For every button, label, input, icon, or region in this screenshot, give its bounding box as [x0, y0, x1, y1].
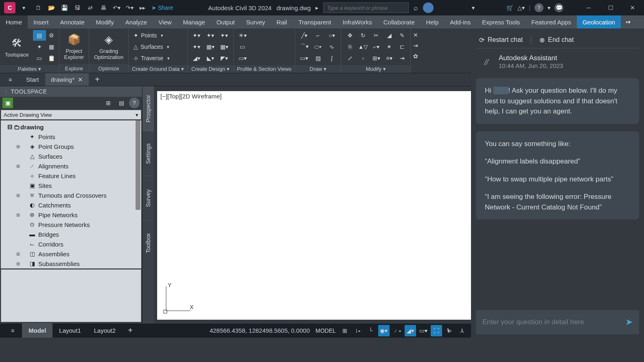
ribbon-tab-insert[interactable]: Insert — [28, 15, 55, 28]
side-gear-icon[interactable]: ✿ — [412, 52, 420, 60]
ts-help-icon[interactable]: ? — [129, 98, 140, 108]
side-close-icon[interactable]: ✕ — [412, 31, 420, 39]
saveas-icon[interactable]: 🖫 — [72, 2, 83, 13]
design-icon-2[interactable]: ✦▾ — [204, 30, 217, 41]
ribbon-tab-modify[interactable]: Modify — [90, 15, 120, 28]
spline-icon[interactable]: ∫ — [325, 53, 338, 63]
search-input[interactable] — [327, 5, 405, 11]
web-icon[interactable]: ⇄ — [85, 2, 96, 13]
side-tab-toolbox[interactable]: Toolbox — [142, 220, 154, 265]
view-select[interactable]: Active Drawing View▾ — [1, 110, 141, 120]
ribbon-tab-featured-apps[interactable]: Featured Apps — [526, 15, 577, 28]
help-icon[interactable]: ? — [534, 3, 543, 12]
fillet-icon[interactable]: ⌐▾ — [370, 41, 383, 52]
assistant-icon[interactable]: 💬 — [554, 3, 563, 12]
ribbon-overflow-icon[interactable]: ▪▾ — [621, 15, 635, 28]
close-tab-icon[interactable]: ✕ — [78, 76, 83, 83]
share-button[interactable]: ➤ Share — [148, 4, 176, 11]
ribbon-tab-express-tools[interactable]: Express Tools — [476, 15, 526, 28]
array-icon[interactable]: ⊞▾ — [370, 53, 383, 63]
line-icon[interactable]: ╱▾ — [298, 30, 311, 41]
tree-root[interactable]: ⊟🗀drawing — [1, 122, 141, 132]
ribbon-tab-survey[interactable]: Survey — [241, 15, 271, 28]
ortho-icon[interactable]: └ — [365, 325, 377, 336]
user-avatar[interactable] — [423, 2, 434, 13]
polar-icon[interactable]: ◉▾ — [378, 325, 390, 336]
design-icon-3[interactable]: ✦▾ — [218, 30, 231, 41]
side-collapse-icon[interactable]: ⇥ — [412, 41, 420, 50]
cart-icon[interactable]: 🛒 — [506, 4, 513, 11]
move-icon[interactable]: ✥ — [344, 30, 357, 41]
app-icon[interactable]: C — [4, 2, 15, 13]
send-button[interactable]: ➤ — [625, 317, 633, 327]
palette-icon-4[interactable]: ▦ — [45, 41, 58, 52]
snap-icon[interactable]: ⫶▾ — [352, 325, 364, 336]
eraser-icon[interactable]: ◢ — [383, 30, 396, 41]
model-space-button[interactable]: MODEL — [314, 325, 337, 336]
maximize-button[interactable]: ☐ — [606, 3, 616, 13]
curve-icon[interactable]: ∿ — [325, 41, 338, 52]
print-icon[interactable]: 🖶 — [98, 2, 109, 13]
cycling-icon[interactable]: ⛷ — [444, 325, 455, 336]
fast-forward-icon[interactable]: ▸▸ — [137, 2, 148, 13]
ts-icon-1[interactable]: ⊞ — [103, 98, 114, 108]
side-tab-prospector[interactable]: Prospector — [142, 86, 154, 131]
design-icon-1[interactable]: ✦▾ — [190, 30, 203, 41]
ribbon-tab-geolocation[interactable]: Geolocation — [577, 15, 621, 28]
new-icon[interactable]: 🗋 — [33, 2, 44, 13]
minimize-button[interactable]: ─ — [584, 3, 594, 13]
design-icon-8[interactable]: ◣▾ — [204, 53, 217, 63]
add-layout-button[interactable]: + — [122, 326, 138, 335]
open-icon[interactable]: 📂 — [46, 2, 57, 13]
status-menu-icon[interactable]: ≡ — [3, 327, 22, 334]
polyline-icon[interactable]: ⌐ — [311, 30, 324, 41]
design-icon-5[interactable]: ▦▾ — [204, 41, 217, 52]
osnap-icon[interactable]: ◢▾ — [405, 325, 416, 336]
ribbon-tab-manage[interactable]: Manage — [177, 15, 210, 28]
points-button[interactable]: ✦Points — [131, 30, 172, 41]
doc-tab-drawing[interactable]: drawing*✕ — [45, 73, 89, 86]
viewport-controls[interactable]: [−][Top][2D Wireframe] — [160, 93, 221, 100]
copy-icon[interactable]: ⎘ — [344, 41, 357, 52]
explode-icon[interactable]: ✶ — [383, 41, 396, 52]
lineweight-icon[interactable]: ▭▾ — [418, 325, 429, 336]
tree-view[interactable]: ⊟🗀drawing ✦Points⊞◈Point Groups△Surfaces… — [1, 120, 141, 268]
ribbon-tab-analyze[interactable]: Analyze — [120, 15, 153, 28]
restart-chat-button[interactable]: ⟳ Restart chat — [479, 36, 523, 44]
design-icon-9[interactable]: ◤▾ — [218, 53, 231, 63]
grid-icon[interactable]: ⊞ — [339, 325, 350, 336]
ribbon-tab-help[interactable]: Help — [420, 15, 444, 28]
tree-item[interactable]: ⟐Feature Lines — [1, 171, 141, 181]
tree-item[interactable]: ✦Points — [1, 132, 141, 142]
trim-icon[interactable]: ✂ — [370, 30, 383, 41]
stretch-icon[interactable]: ⤢ — [344, 53, 357, 63]
scrollbar-thumb[interactable] — [136, 120, 140, 210]
rect-icon[interactable]: ▭▾ — [298, 53, 311, 63]
track-icon[interactable]: ⟋▾ — [391, 325, 403, 336]
palette-icon-6[interactable]: 📋 — [45, 53, 58, 63]
ribbon-tab-infraworks[interactable]: InfraWorks — [337, 15, 378, 28]
design-icon-7[interactable]: ◢▾ — [190, 53, 203, 63]
hatch-icon[interactable]: ▨ — [311, 53, 324, 63]
layout-tab-layout1[interactable]: Layout1 — [53, 323, 87, 338]
add-tab-button[interactable]: + — [89, 73, 105, 86]
chat-input[interactable] — [482, 318, 625, 326]
user-dropdown-icon[interactable]: ▾ — [472, 4, 475, 11]
design-icon-4[interactable]: ✦▾ — [190, 41, 203, 52]
align-icon[interactable]: ≡▾ — [383, 53, 396, 63]
tree-item[interactable]: ⊞⊚Pipe Networks — [1, 210, 141, 220]
palette-icon-2[interactable]: ⚙ — [45, 30, 58, 41]
tree-item[interactable]: △Surfaces — [1, 151, 141, 161]
offset-icon[interactable]: ⊏ — [396, 41, 409, 52]
grading-optimization-button[interactable]: ◈ Grading Optimization — [92, 31, 126, 62]
palette-icon-3[interactable]: ✦ — [33, 41, 46, 52]
layout-tab-model[interactable]: Model — [22, 323, 53, 338]
rotate-icon[interactable]: ↻ — [357, 30, 370, 41]
palette-icon-1[interactable]: ▤ — [33, 30, 46, 41]
autodesk-icon[interactable]: △▾ — [517, 4, 525, 11]
ribbon-tab-add-ins[interactable]: Add-ins — [444, 15, 476, 28]
circle-icon[interactable]: ○▾ — [325, 30, 338, 41]
ribbon-tab-output[interactable]: Output — [211, 15, 241, 28]
doc-tab-menu-icon[interactable]: ≡ — [0, 73, 20, 86]
ellipse-icon[interactable]: ⬭▾ — [311, 41, 324, 52]
